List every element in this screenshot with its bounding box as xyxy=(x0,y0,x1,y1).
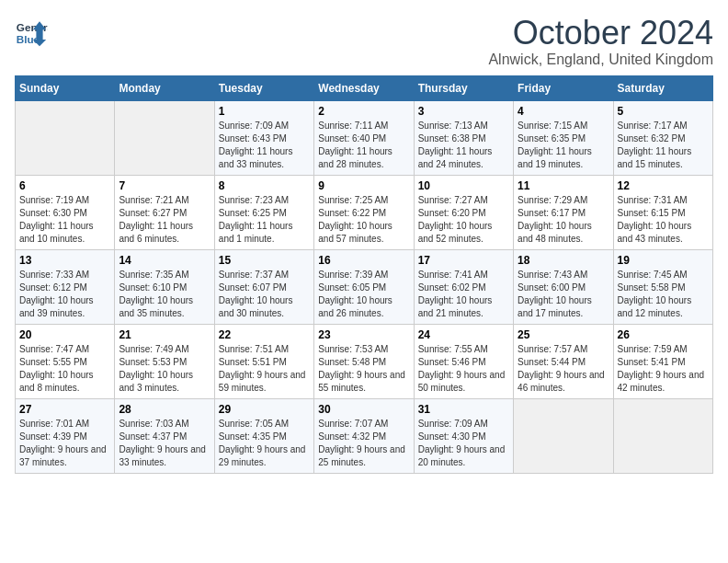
page-header: General Blue October 2024 Alnwick, Engla… xyxy=(15,15,713,68)
calendar-cell: 22Sunrise: 7:51 AMSunset: 5:51 PMDayligh… xyxy=(214,324,313,398)
day-number: 16 xyxy=(318,254,409,267)
day-number: 30 xyxy=(318,403,409,416)
day-info: Sunrise: 7:01 AMSunset: 4:39 PMDaylight:… xyxy=(19,418,110,469)
day-info: Sunrise: 7:43 AMSunset: 6:00 PMDaylight:… xyxy=(518,269,609,320)
calendar-cell: 21Sunrise: 7:49 AMSunset: 5:53 PMDayligh… xyxy=(115,324,214,398)
calendar-header-row: SundayMondayTuesdayWednesdayThursdayFrid… xyxy=(16,75,713,100)
day-info: Sunrise: 7:03 AMSunset: 4:37 PMDaylight:… xyxy=(119,418,210,469)
day-info: Sunrise: 7:27 AMSunset: 6:20 PMDaylight:… xyxy=(418,194,509,246)
calendar-cell: 24Sunrise: 7:55 AMSunset: 5:46 PMDayligh… xyxy=(414,324,513,398)
day-info: Sunrise: 7:47 AMSunset: 5:55 PMDaylight:… xyxy=(19,343,110,395)
calendar-week-4: 20Sunrise: 7:47 AMSunset: 5:55 PMDayligh… xyxy=(16,324,713,398)
calendar-cell: 12Sunrise: 7:31 AMSunset: 6:15 PMDayligh… xyxy=(613,175,712,249)
calendar-cell: 23Sunrise: 7:53 AMSunset: 5:48 PMDayligh… xyxy=(314,324,414,398)
day-info: Sunrise: 7:09 AMSunset: 4:30 PMDaylight:… xyxy=(418,418,509,469)
day-info: Sunrise: 7:37 AMSunset: 6:07 PMDaylight:… xyxy=(219,269,310,320)
calendar-cell: 9Sunrise: 7:25 AMSunset: 6:22 PMDaylight… xyxy=(314,175,414,249)
calendar-cell: 3Sunrise: 7:13 AMSunset: 6:38 PMDaylight… xyxy=(414,100,513,175)
calendar-cell: 7Sunrise: 7:21 AMSunset: 6:27 PMDaylight… xyxy=(115,175,214,249)
day-info: Sunrise: 7:25 AMSunset: 6:22 PMDaylight:… xyxy=(318,194,409,246)
day-number: 12 xyxy=(618,179,709,192)
day-number: 27 xyxy=(19,403,110,416)
day-header-tuesday: Tuesday xyxy=(214,75,313,100)
calendar-cell: 8Sunrise: 7:23 AMSunset: 6:25 PMDaylight… xyxy=(214,175,313,249)
calendar-cell: 17Sunrise: 7:41 AMSunset: 6:02 PMDayligh… xyxy=(414,249,513,324)
calendar-cell: 20Sunrise: 7:47 AMSunset: 5:55 PMDayligh… xyxy=(16,324,115,398)
calendar-cell: 31Sunrise: 7:09 AMSunset: 4:30 PMDayligh… xyxy=(414,398,513,473)
day-info: Sunrise: 7:51 AMSunset: 5:51 PMDaylight:… xyxy=(219,343,310,395)
day-info: Sunrise: 7:09 AMSunset: 6:43 PMDaylight:… xyxy=(219,120,310,171)
day-info: Sunrise: 7:55 AMSunset: 5:46 PMDaylight:… xyxy=(418,343,509,395)
day-info: Sunrise: 7:19 AMSunset: 6:30 PMDaylight:… xyxy=(19,194,110,246)
month-title: October 2024 xyxy=(488,15,713,52)
day-number: 28 xyxy=(119,403,210,416)
calendar-cell xyxy=(16,100,115,175)
calendar-cell xyxy=(514,398,613,473)
day-info: Sunrise: 7:21 AMSunset: 6:27 PMDaylight:… xyxy=(119,194,210,246)
day-info: Sunrise: 7:41 AMSunset: 6:02 PMDaylight:… xyxy=(418,269,509,320)
day-number: 2 xyxy=(318,105,409,118)
day-info: Sunrise: 7:15 AMSunset: 6:35 PMDaylight:… xyxy=(518,120,609,171)
day-header-friday: Friday xyxy=(514,75,613,100)
day-number: 8 xyxy=(219,179,310,192)
day-number: 4 xyxy=(518,105,609,118)
calendar-cell: 19Sunrise: 7:45 AMSunset: 5:58 PMDayligh… xyxy=(613,249,712,324)
day-info: Sunrise: 7:35 AMSunset: 6:10 PMDaylight:… xyxy=(119,269,210,320)
calendar-cell: 6Sunrise: 7:19 AMSunset: 6:30 PMDaylight… xyxy=(16,175,115,249)
day-info: Sunrise: 7:29 AMSunset: 6:17 PMDaylight:… xyxy=(518,194,609,246)
day-info: Sunrise: 7:23 AMSunset: 6:25 PMDaylight:… xyxy=(219,194,310,246)
calendar-cell: 16Sunrise: 7:39 AMSunset: 6:05 PMDayligh… xyxy=(314,249,414,324)
day-number: 1 xyxy=(219,105,310,118)
day-number: 21 xyxy=(119,328,210,341)
day-header-saturday: Saturday xyxy=(613,75,712,100)
calendar-week-5: 27Sunrise: 7:01 AMSunset: 4:39 PMDayligh… xyxy=(16,398,713,473)
calendar-cell xyxy=(115,100,214,175)
day-info: Sunrise: 7:07 AMSunset: 4:32 PMDaylight:… xyxy=(318,418,409,469)
location: Alnwick, England, United Kingdom xyxy=(488,52,713,68)
calendar-cell: 29Sunrise: 7:05 AMSunset: 4:35 PMDayligh… xyxy=(214,398,313,473)
calendar-table: SundayMondayTuesdayWednesdayThursdayFrid… xyxy=(15,75,713,474)
day-number: 29 xyxy=(219,403,310,416)
day-info: Sunrise: 7:13 AMSunset: 6:38 PMDaylight:… xyxy=(418,120,509,171)
calendar-cell: 18Sunrise: 7:43 AMSunset: 6:00 PMDayligh… xyxy=(514,249,613,324)
day-number: 14 xyxy=(119,254,210,267)
day-number: 10 xyxy=(418,179,509,192)
calendar-cell xyxy=(613,398,712,473)
day-number: 13 xyxy=(19,254,110,267)
calendar-cell: 11Sunrise: 7:29 AMSunset: 6:17 PMDayligh… xyxy=(514,175,613,249)
calendar-cell: 4Sunrise: 7:15 AMSunset: 6:35 PMDaylight… xyxy=(514,100,613,175)
calendar-cell: 13Sunrise: 7:33 AMSunset: 6:12 PMDayligh… xyxy=(16,249,115,324)
day-info: Sunrise: 7:49 AMSunset: 5:53 PMDaylight:… xyxy=(119,343,210,395)
day-number: 7 xyxy=(119,179,210,192)
day-header-monday: Monday xyxy=(115,75,214,100)
day-number: 24 xyxy=(418,328,509,341)
day-number: 18 xyxy=(518,254,609,267)
title-block: October 2024 Alnwick, England, United Ki… xyxy=(488,15,713,68)
day-number: 23 xyxy=(318,328,409,341)
day-number: 17 xyxy=(418,254,509,267)
calendar-cell: 14Sunrise: 7:35 AMSunset: 6:10 PMDayligh… xyxy=(115,249,214,324)
day-number: 31 xyxy=(418,403,509,416)
calendar-week-2: 6Sunrise: 7:19 AMSunset: 6:30 PMDaylight… xyxy=(16,175,713,249)
calendar-cell: 10Sunrise: 7:27 AMSunset: 6:20 PMDayligh… xyxy=(414,175,513,249)
day-header-sunday: Sunday xyxy=(16,75,115,100)
day-info: Sunrise: 7:57 AMSunset: 5:44 PMDaylight:… xyxy=(518,343,609,395)
day-number: 25 xyxy=(518,328,609,341)
day-header-wednesday: Wednesday xyxy=(314,75,414,100)
day-number: 19 xyxy=(618,254,709,267)
calendar-cell: 25Sunrise: 7:57 AMSunset: 5:44 PMDayligh… xyxy=(514,324,613,398)
calendar-cell: 5Sunrise: 7:17 AMSunset: 6:32 PMDaylight… xyxy=(613,100,712,175)
day-info: Sunrise: 7:53 AMSunset: 5:48 PMDaylight:… xyxy=(318,343,409,395)
day-info: Sunrise: 7:45 AMSunset: 5:58 PMDaylight:… xyxy=(618,269,709,320)
calendar-cell: 27Sunrise: 7:01 AMSunset: 4:39 PMDayligh… xyxy=(16,398,115,473)
calendar-cell: 28Sunrise: 7:03 AMSunset: 4:37 PMDayligh… xyxy=(115,398,214,473)
day-info: Sunrise: 7:33 AMSunset: 6:12 PMDaylight:… xyxy=(19,269,110,320)
day-number: 3 xyxy=(418,105,509,118)
calendar-cell: 30Sunrise: 7:07 AMSunset: 4:32 PMDayligh… xyxy=(314,398,414,473)
logo: General Blue xyxy=(15,15,48,48)
day-info: Sunrise: 7:39 AMSunset: 6:05 PMDaylight:… xyxy=(318,269,409,320)
day-number: 20 xyxy=(19,328,110,341)
day-info: Sunrise: 7:05 AMSunset: 4:35 PMDaylight:… xyxy=(219,418,310,469)
calendar-cell: 26Sunrise: 7:59 AMSunset: 5:41 PMDayligh… xyxy=(613,324,712,398)
day-number: 11 xyxy=(518,179,609,192)
